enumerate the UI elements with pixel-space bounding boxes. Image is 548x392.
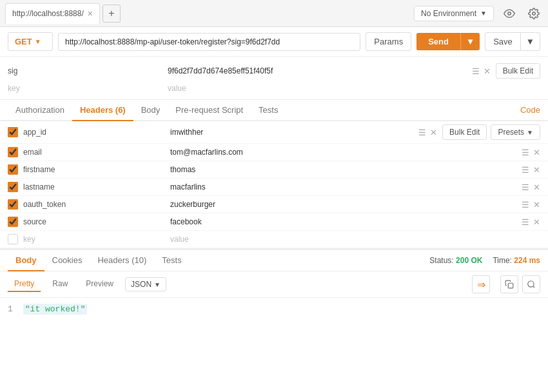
- tab-url-label: http://localhost:8888/: [12, 9, 84, 18]
- chevron-down-icon: ▼: [527, 129, 533, 136]
- remove-icon[interactable]: ✕: [533, 148, 540, 157]
- status-code: 200 OK: [456, 256, 482, 265]
- header-key-3: lastname: [23, 182, 165, 191]
- top-bar: http://localhost:8888/ × + No Environmen…: [0, 0, 548, 27]
- response-toolbar: Pretty Raw Preview JSON ▼ ⇒: [0, 271, 548, 298]
- send-dropdown-btn[interactable]: ▼: [460, 33, 480, 50]
- header-value-3: macfarlins: [170, 182, 511, 191]
- resp-tab-body[interactable]: Body: [8, 250, 44, 271]
- param-value-sig: 9f6d2f7dd7d674e85eff51f40f5f: [168, 66, 467, 75]
- time-value: 224 ms: [514, 256, 540, 265]
- response-tabs: Body Cookies Headers (10) Tests Status: …: [0, 250, 548, 271]
- wrap-icon: ⇒: [477, 279, 485, 291]
- header-key-4: oauth_token: [23, 200, 165, 209]
- remove-icon[interactable]: ✕: [430, 128, 437, 137]
- eye-icon[interactable]: [500, 5, 518, 23]
- header-value-4: zuckerburger: [170, 200, 511, 209]
- format-tab-preview[interactable]: Preview: [79, 277, 120, 292]
- menu-icon[interactable]: ☰: [418, 128, 426, 137]
- menu-icon[interactable]: ☰: [522, 148, 529, 157]
- remove-icon[interactable]: ✕: [533, 182, 540, 192]
- remove-icon[interactable]: ✕: [484, 66, 491, 76]
- response-status-info: Status: 200 OK Time: 224 ms: [429, 256, 540, 265]
- header-checkbox-4[interactable]: [8, 199, 18, 210]
- header-row-4: oauth_token zuckerburger ☰ ✕: [0, 196, 548, 213]
- header-row-actions-2: ☰ ✕: [522, 165, 540, 175]
- new-tab-btn[interactable]: +: [103, 5, 121, 23]
- tab-body[interactable]: Body: [133, 100, 168, 121]
- method-label: GET: [15, 37, 32, 46]
- param-empty-value: value: [168, 84, 540, 93]
- header-row-actions-0: ☰ ✕: [418, 128, 437, 137]
- menu-icon[interactable]: ☰: [522, 200, 529, 210]
- header-value-1: tom@macfarlins.com: [170, 148, 511, 157]
- header-row-actions-4: ☰ ✕: [522, 200, 540, 210]
- header-key-1: email: [23, 148, 165, 157]
- headers-section: app_id imwithher ☰ ✕ Bulk Edit Presets ▼…: [0, 121, 548, 249]
- resp-tab-tests[interactable]: Tests: [154, 250, 189, 271]
- save-dropdown-btn[interactable]: ▼: [521, 32, 540, 51]
- presets-button[interactable]: Presets ▼: [491, 124, 540, 140]
- url-input[interactable]: [58, 33, 360, 51]
- resp-tab-cookies[interactable]: Cookies: [44, 250, 90, 271]
- svg-rect-2: [508, 283, 513, 288]
- remove-icon[interactable]: ✕: [533, 200, 540, 210]
- line-number-1: 1: [8, 304, 13, 314]
- header-row-5: source facebook ☰ ✕: [0, 213, 548, 231]
- svg-point-1: [533, 12, 536, 15]
- params-button[interactable]: Params: [366, 32, 411, 51]
- gear-icon[interactable]: [525, 5, 543, 23]
- header-row-actions-3: ☰ ✕: [522, 182, 540, 192]
- wrap-icon-btn[interactable]: ⇒: [472, 275, 490, 293]
- save-button[interactable]: Save: [485, 32, 521, 51]
- format-tab-raw[interactable]: Raw: [46, 277, 74, 292]
- menu-icon[interactable]: ☰: [522, 182, 529, 192]
- send-button[interactable]: Send: [416, 33, 460, 50]
- header-checkbox-empty[interactable]: [8, 234, 18, 244]
- env-label: No Environment: [421, 9, 476, 18]
- header-value-2: thomas: [170, 165, 511, 174]
- bulk-edit-button[interactable]: Bulk Edit: [496, 63, 540, 79]
- code-string-value: "it worked!": [23, 304, 88, 315]
- menu-icon[interactable]: ☰: [522, 217, 529, 227]
- tab-headers[interactable]: Headers (6): [72, 100, 133, 121]
- header-right-buttons: Bulk Edit Presets ▼: [442, 124, 540, 140]
- tab-tests[interactable]: Tests: [251, 100, 286, 121]
- menu-icon[interactable]: ☰: [472, 66, 480, 76]
- http-method-selector[interactable]: GET ▼: [8, 32, 53, 51]
- status-label: Status: 200 OK: [429, 256, 482, 265]
- search-button[interactable]: [522, 275, 540, 293]
- request-tabs: Authorization Headers (6) Body Pre-reque…: [0, 100, 548, 121]
- header-empty-key: key: [23, 235, 165, 244]
- header-controls-row: app_id imwithher ☰ ✕ Bulk Edit Presets ▼: [0, 121, 548, 144]
- header-key-5: source: [23, 217, 165, 226]
- header-value-0: imwithher: [170, 128, 408, 137]
- tab-pre-request-script[interactable]: Pre-request Script: [168, 100, 251, 121]
- header-checkbox-2[interactable]: [8, 164, 18, 175]
- tab-authorization[interactable]: Authorization: [8, 100, 72, 121]
- environment-selector[interactable]: No Environment ▼: [414, 6, 494, 21]
- header-checkbox-3[interactable]: [8, 182, 18, 192]
- header-row-actions-1: ☰ ✕: [522, 148, 540, 157]
- copy-button[interactable]: [500, 275, 518, 293]
- format-tab-pretty[interactable]: Pretty: [8, 277, 41, 292]
- header-checkbox-5[interactable]: [8, 217, 18, 227]
- active-tab[interactable]: http://localhost:8888/ ×: [5, 3, 100, 24]
- remove-icon[interactable]: ✕: [533, 217, 540, 227]
- param-actions: ☰ ✕: [472, 66, 491, 76]
- json-format-selector[interactable]: JSON ▼: [125, 277, 166, 291]
- header-checkbox-1[interactable]: [8, 147, 18, 157]
- code-link[interactable]: Code: [520, 105, 540, 115]
- header-row-empty: key value: [0, 231, 548, 248]
- menu-icon[interactable]: ☰: [522, 165, 529, 175]
- header-checkbox-0[interactable]: [8, 127, 18, 137]
- header-value-5: facebook: [170, 217, 511, 226]
- copy-search-buttons: [500, 275, 540, 293]
- tab-close-btn[interactable]: ×: [88, 8, 93, 19]
- resp-tab-headers[interactable]: Headers (10): [90, 250, 154, 271]
- top-right-controls: No Environment ▼: [414, 5, 543, 23]
- svg-point-0: [508, 12, 511, 15]
- bulk-edit-button[interactable]: Bulk Edit: [442, 124, 487, 140]
- remove-icon[interactable]: ✕: [533, 165, 540, 175]
- header-row-1: email tom@macfarlins.com ☰ ✕: [0, 144, 548, 161]
